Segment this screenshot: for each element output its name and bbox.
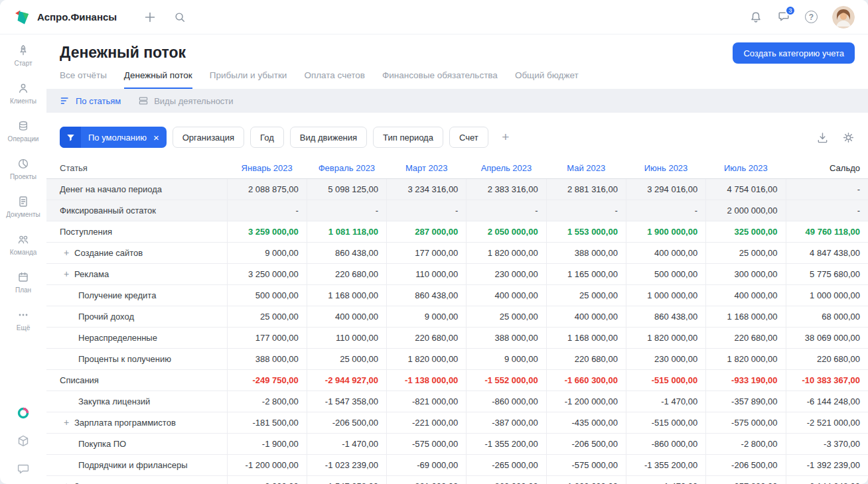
sidebar-item-operations[interactable]: Операции: [8, 119, 39, 143]
table-row: Подрядчики и фрилансеры-1 200 000,00-1 0…: [46, 454, 868, 475]
cell-value: -206 500,00: [307, 412, 386, 433]
cell-value: 38 069 000,00: [786, 327, 868, 348]
cell-value: -249 750,00: [227, 369, 307, 391]
cell-value: 2 000 000,00: [706, 200, 786, 221]
add-filter-button[interactable]: +: [496, 127, 516, 148]
filter-button-1[interactable]: Год: [250, 127, 284, 148]
sidebar-item-start[interactable]: Старт: [14, 44, 32, 67]
active-filter-pill[interactable]: По умолчанию ×: [60, 127, 167, 148]
filter-button-3[interactable]: Тип периода: [373, 127, 443, 148]
clear-filter-icon[interactable]: ×: [150, 133, 167, 143]
view-mode-bar: По статьямВиды деятельности: [46, 89, 868, 113]
row-label: Зарплата программистов: [74, 481, 176, 484]
help-icon[interactable]: ?: [805, 11, 818, 23]
cell-value: -: [387, 200, 467, 221]
cell-value: 400 000,00: [307, 306, 386, 327]
sidebar-item-more[interactable]: Ещё: [17, 308, 30, 332]
user-avatar[interactable]: [832, 6, 855, 29]
cell-value: -387 000,00: [467, 412, 546, 433]
cell-value: 220 680,00: [786, 348, 868, 369]
row-label: Поступления: [60, 227, 112, 237]
row-label: Нераспределенные: [78, 333, 157, 343]
sidebar-item-label: План: [15, 286, 31, 294]
tab-3[interactable]: Оплата счетов: [304, 70, 365, 89]
tab-1[interactable]: Денежный поток: [124, 70, 192, 89]
filter-buttons: ОрганизацияГодВид движенияТип периодаСче…: [173, 127, 488, 148]
sidebar-item-projects[interactable]: Проекты: [10, 157, 36, 180]
cell-value: 860 438,00: [307, 242, 386, 263]
cell-value: -221 000,00: [387, 412, 467, 433]
cell-value: 388 000,00: [227, 348, 307, 369]
tab-5[interactable]: Общий бюджет: [515, 70, 579, 89]
chat-muted-icon[interactable]: [16, 461, 31, 476]
filter-button-4[interactable]: Счет: [449, 127, 488, 148]
main-content: Денежный поток Создать категорию учета В…: [46, 34, 868, 484]
cell-value: -821 000,00: [387, 391, 467, 412]
row-label-cell: Прочий доход: [46, 306, 227, 327]
cube-icon[interactable]: [16, 434, 31, 448]
cell-value: 325 000,00: [706, 221, 786, 242]
filter-button-0[interactable]: Организация: [173, 127, 244, 148]
cell-value: 9 000,00: [387, 306, 467, 327]
cell-value: 220 680,00: [546, 348, 626, 369]
cell-value: 400 000,00: [626, 242, 705, 263]
cell-value: -69 000,00: [387, 454, 467, 475]
messages-button[interactable]: 3: [777, 9, 790, 25]
expand-row-button[interactable]: +: [64, 481, 74, 484]
cell-value: 5 098 125,00: [307, 178, 386, 200]
create-category-button[interactable]: Создать категорию учета: [733, 42, 855, 64]
cell-value: 68 000,00: [786, 306, 868, 327]
search-icon[interactable]: [174, 11, 186, 23]
view-tab-0[interactable]: По статьям: [60, 95, 121, 106]
quick-add-button[interactable]: [143, 11, 157, 24]
row-label-cell: Получение кредита: [46, 284, 227, 306]
tab-4[interactable]: Финансовые обязательства: [382, 70, 498, 89]
cell-value: -515 000,00: [626, 412, 705, 433]
cell-value: 500 000,00: [227, 284, 307, 306]
active-filter-label: По умолчанию: [81, 133, 150, 143]
tab-0[interactable]: Все отчёты: [60, 70, 107, 89]
row-label-cell: +Создание сайтов: [46, 242, 227, 263]
row-label: Создание сайтов: [74, 248, 143, 258]
settings-gear-icon[interactable]: [842, 131, 855, 144]
person-icon: [17, 82, 30, 95]
row-label: Покупка ПО: [78, 439, 126, 449]
expand-row-button[interactable]: +: [64, 269, 74, 279]
cell-value: 2 088 875,00: [227, 178, 307, 200]
row-label: Реклама: [74, 269, 109, 279]
sidebar-item-clients[interactable]: Клиенты: [10, 82, 36, 105]
column-header: Март 2023: [387, 158, 467, 178]
cell-value: -357 890,00: [706, 475, 786, 484]
cell-value: -1 355 200,00: [626, 454, 705, 475]
cell-value: -575 000,00: [387, 433, 467, 454]
view-tab-label: Виды деятельности: [154, 96, 233, 106]
sidebar-bottom: [16, 406, 31, 476]
row-label-cell: +Реклама: [46, 263, 227, 284]
cell-value: 2 881 316,00: [546, 178, 626, 200]
column-header: Июнь 2023: [626, 158, 705, 178]
row-label-cell: Поступления: [46, 221, 227, 242]
row-label: Зарплата программистов: [74, 418, 176, 428]
cell-value: -2 521 000,00: [786, 412, 868, 433]
notifications-bell-icon[interactable]: [749, 11, 762, 24]
download-icon[interactable]: [816, 131, 829, 144]
sidebar-item-team[interactable]: Команда: [10, 233, 37, 256]
cell-value: 3 259 000,00: [227, 221, 307, 242]
sidebar-item-documents[interactable]: Документы: [6, 195, 40, 218]
cell-value: -: [786, 200, 868, 221]
cell-value: -1 200 000,00: [546, 475, 626, 484]
table-row: Списания-249 750,00-2 944 927,00-1 138 0…: [46, 369, 868, 391]
expand-row-button[interactable]: +: [64, 417, 74, 428]
sidebar-item-plan[interactable]: План: [15, 271, 31, 294]
expand-row-button[interactable]: +: [64, 247, 74, 258]
column-header: Январь 2023: [227, 158, 307, 178]
aspro-color-icon[interactable]: [16, 406, 31, 420]
filter-button-2[interactable]: Вид движения: [290, 127, 367, 148]
tab-2[interactable]: Прибыли и убытки: [210, 70, 287, 89]
row-label: Проценты к получению: [78, 354, 171, 364]
cell-value: -435 000,00: [546, 412, 626, 433]
cell-value: -3 370,00: [786, 433, 868, 454]
view-tab-1[interactable]: Виды деятельности: [138, 95, 233, 106]
cell-value: 500 000,00: [626, 263, 705, 284]
table-row: Закупка лицензий-2 800,00-1 547 358,00-8…: [46, 391, 868, 412]
